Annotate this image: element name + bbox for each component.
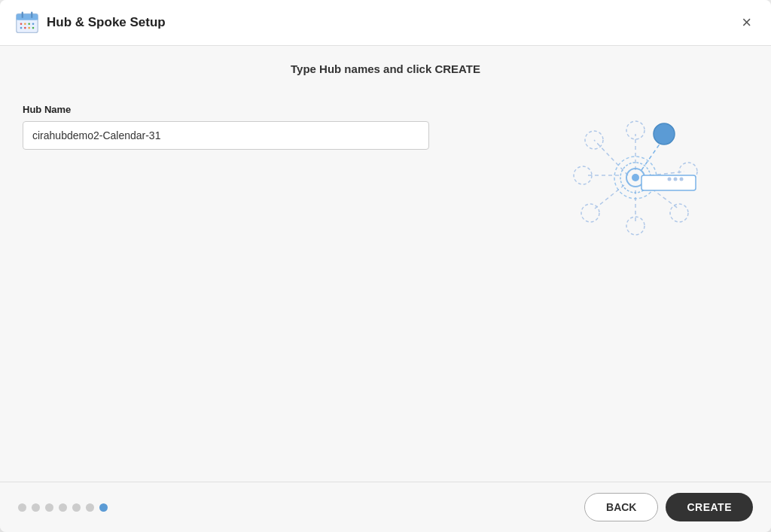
svg-point-38 <box>668 178 672 181</box>
form-section: Hub Name <box>23 96 523 474</box>
header-left: Hub & Spoke Setup <box>15 11 166 35</box>
back-button[interactable]: BACK <box>584 493 658 521</box>
svg-point-40 <box>680 178 684 181</box>
modal-title: Hub & Spoke Setup <box>47 15 166 30</box>
dot-3 <box>45 503 53 512</box>
svg-point-9 <box>20 27 23 29</box>
svg-point-7 <box>28 23 30 25</box>
svg-point-6 <box>24 23 26 25</box>
hub-spoke-diagram <box>553 104 733 239</box>
dot-6 <box>86 503 94 512</box>
pagination-dots <box>18 503 108 512</box>
hub-name-input[interactable] <box>23 121 429 150</box>
dot-7-active <box>99 503 108 512</box>
svg-rect-2 <box>17 18 38 20</box>
svg-point-32 <box>632 174 639 181</box>
svg-point-22 <box>626 121 645 139</box>
create-button[interactable]: CREATE <box>666 493 753 521</box>
svg-point-11 <box>28 27 30 29</box>
hub-name-label: Hub Name <box>23 104 523 115</box>
svg-point-12 <box>32 27 35 29</box>
dot-5 <box>72 503 81 512</box>
calendar-icon <box>15 11 39 35</box>
subtitle-text: Type Hub names and click CREATE <box>0 46 771 89</box>
modal-body: Type Hub names and click CREATE Hub Name <box>0 46 771 482</box>
svg-point-5 <box>20 23 23 25</box>
modal-container: Hub & Spoke Setup × Type Hub names and c… <box>0 0 771 532</box>
svg-point-24 <box>670 204 688 222</box>
dot-4 <box>59 503 67 512</box>
close-button[interactable]: × <box>737 13 756 32</box>
svg-line-19 <box>594 185 624 209</box>
svg-point-28 <box>654 123 675 144</box>
dot-2 <box>32 503 40 512</box>
footer-buttons: BACK CREATE <box>584 493 753 521</box>
content-area: Hub Name <box>0 89 771 482</box>
diagram-section <box>538 96 748 474</box>
svg-line-13 <box>594 140 628 175</box>
svg-point-26 <box>581 204 599 222</box>
svg-point-8 <box>32 23 35 25</box>
modal-footer: BACK CREATE <box>0 482 771 532</box>
dot-1 <box>18 503 26 512</box>
svg-point-39 <box>674 178 678 181</box>
modal-header: Hub & Spoke Setup × <box>0 0 771 46</box>
svg-point-10 <box>24 27 26 29</box>
